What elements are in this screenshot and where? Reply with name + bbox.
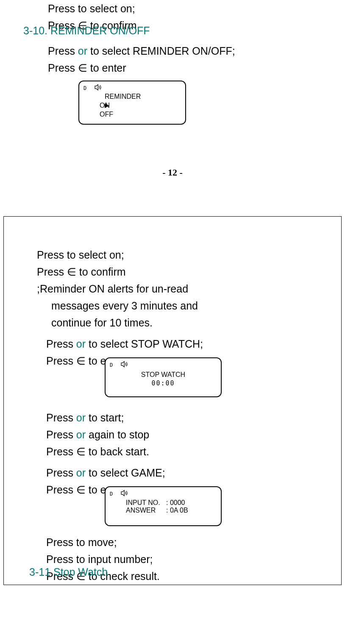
heading-3-10: 3-10. REMINDER ON/OFF [23, 25, 150, 37]
device-screen-stopwatch: D STOP WATCH 00:00 [105, 357, 222, 397]
or-text: or [76, 338, 86, 350]
text-fragment: Press [48, 45, 78, 57]
instruction-text: Press or to select STOP WATCH; [29, 335, 324, 352]
instruction-text: Press ∈ to confirm [29, 263, 324, 280]
text-fragment: to start; [86, 412, 124, 424]
stopwatch-time: 00:00 [106, 379, 221, 387]
speaker-icon [120, 361, 129, 369]
instruction-text: continue for 10 times. [29, 314, 324, 331]
instruction-text: Press or again to stop [29, 426, 324, 443]
text-fragment: to select STOP WATCH; [86, 338, 203, 350]
or-text: or [78, 45, 87, 57]
option-off: OFF [100, 110, 185, 119]
instruction-text: Press or to select REMINDER ON/OFF; [23, 42, 322, 59]
instruction-text: Press or to select GAME; [29, 464, 324, 481]
answer-label: ANSWER [126, 507, 166, 514]
heading-3-11: 3-11 Stop Watch [29, 566, 108, 578]
status-icons: D [106, 487, 221, 498]
instruction-text: Press ∈ to back start. [29, 443, 324, 460]
text-fragment: Press [46, 338, 76, 350]
text-fragment: again to stop [86, 429, 149, 440]
status-icons: D [106, 358, 221, 369]
or-text: or [76, 467, 86, 479]
instruction-text: messages every 3 minutes and [29, 297, 324, 314]
instruction-text: Press to input number; [29, 551, 324, 568]
instruction-text: ;Reminder ON alerts for un-read [29, 280, 324, 297]
speaker-icon [94, 84, 103, 92]
instruction-text: Press to select on; [29, 246, 324, 263]
instruction-text: Press to select on; [23, 0, 322, 17]
text-fragment: to select REMINDER ON/OFF; [87, 45, 235, 57]
pointer-icon: ▶ [105, 101, 109, 109]
input-no-label: INPUT NO. [126, 499, 166, 507]
signal-icon: D [110, 362, 113, 368]
text-fragment: to select GAME; [86, 467, 165, 479]
device-screen-game: D INPUT NO. : 0000 ANSWER : 0A 0B [105, 486, 222, 526]
status-icons: D [79, 81, 185, 92]
screen-content: REMINDER ▶ ON OFF [79, 92, 185, 119]
or-text: or [76, 412, 86, 424]
text-fragment: Press [46, 467, 76, 479]
page-2: Press to select on; Press ∈ to confirm ;… [3, 216, 342, 585]
game-content: INPUT NO. : 0000 ANSWER : 0A 0B [106, 499, 221, 514]
screen-title: REMINDER [100, 92, 185, 101]
page-number: - 12 - [23, 167, 322, 178]
text-fragment: Press [46, 412, 76, 424]
device-screen-reminder: D REMINDER ▶ ON OFF [78, 81, 186, 125]
instruction-text: Press or to start; [29, 409, 324, 426]
stopwatch-title: STOP WATCH [106, 371, 221, 379]
answer-value: : 0A 0B [166, 507, 188, 514]
input-no-value: : 0000 [166, 499, 185, 507]
text-fragment: Press [46, 429, 76, 440]
speaker-icon [120, 490, 129, 498]
page-1: Press to select on; Press ∈ to confirm 3… [0, 0, 345, 195]
signal-icon: D [110, 491, 113, 497]
or-text: or [76, 429, 86, 440]
signal-icon: D [83, 85, 86, 91]
instruction-text: Press to move; [29, 534, 324, 551]
instruction-text: Press ∈ to enter [23, 59, 322, 76]
